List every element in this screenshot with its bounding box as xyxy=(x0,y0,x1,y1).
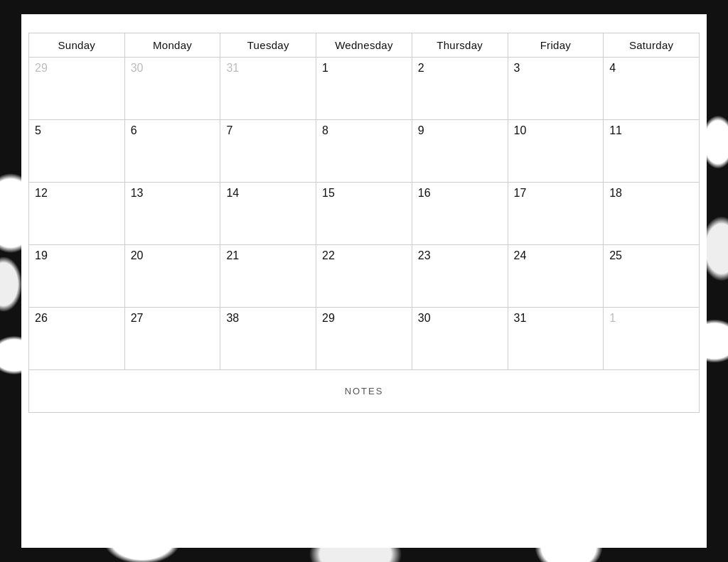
day-header-tuesday: Tuesday xyxy=(220,33,316,58)
calendar-cell[interactable]: 21 xyxy=(220,245,316,308)
calendar-cell[interactable]: 38 xyxy=(220,308,316,370)
calendar-cell[interactable]: 13 xyxy=(124,183,220,245)
calendar-cell[interactable]: 3 xyxy=(508,58,604,120)
calendar-cell[interactable]: 29 xyxy=(29,58,125,120)
calendar-cell[interactable]: 31 xyxy=(508,308,604,370)
calendar-cell[interactable]: 4 xyxy=(604,58,700,120)
calendar-cell[interactable]: 19 xyxy=(29,245,125,308)
calendar-cell[interactable]: 2 xyxy=(412,58,508,120)
calendar-cell[interactable]: 5 xyxy=(29,120,125,183)
calendar-month-title xyxy=(21,14,707,33)
notes-row: NOTES xyxy=(29,370,700,413)
day-header-wednesday: Wednesday xyxy=(316,33,412,58)
calendar-cell[interactable]: 12 xyxy=(29,183,125,245)
calendar-cell[interactable]: 7 xyxy=(220,120,316,183)
calendar-cell[interactable]: 27 xyxy=(124,308,220,370)
calendar-cell[interactable]: 24 xyxy=(508,245,604,308)
calendar-cell[interactable]: 30 xyxy=(412,308,508,370)
calendar-cell[interactable]: 30 xyxy=(124,58,220,120)
week-row-4: 19202122232425 xyxy=(29,245,700,308)
calendar-cell[interactable]: 6 xyxy=(124,120,220,183)
calendar-cell[interactable]: 18 xyxy=(604,183,700,245)
calendar-panel: SundayMondayTuesdayWednesdayThursdayFrid… xyxy=(21,14,707,548)
calendar-cell[interactable]: 22 xyxy=(316,245,412,308)
calendar-cell[interactable]: 23 xyxy=(412,245,508,308)
calendar-cell[interactable]: 25 xyxy=(604,245,700,308)
calendar-cell[interactable]: 29 xyxy=(316,308,412,370)
calendar-cell[interactable]: 1 xyxy=(316,58,412,120)
day-header-friday: Friday xyxy=(508,33,604,58)
calendar-cell[interactable]: 26 xyxy=(29,308,125,370)
calendar-cell[interactable]: 16 xyxy=(412,183,508,245)
calendar-cell[interactable]: 20 xyxy=(124,245,220,308)
week-row-1: 2930311234 xyxy=(29,58,700,120)
calendar-cell[interactable]: 9 xyxy=(412,120,508,183)
week-row-2: 567891011 xyxy=(29,120,700,183)
day-header-sunday: Sunday xyxy=(29,33,125,58)
days-header-row: SundayMondayTuesdayWednesdayThursdayFrid… xyxy=(29,33,700,58)
calendar-cell[interactable]: 1 xyxy=(604,308,700,370)
calendar-cell[interactable]: 11 xyxy=(604,120,700,183)
day-header-monday: Monday xyxy=(124,33,220,58)
notes-label[interactable]: NOTES xyxy=(29,370,700,413)
day-header-thursday: Thursday xyxy=(412,33,508,58)
calendar-cell[interactable]: 17 xyxy=(508,183,604,245)
week-row-3: 12131415161718 xyxy=(29,183,700,245)
calendar-container: SundayMondayTuesdayWednesdayThursdayFrid… xyxy=(21,33,707,420)
calendar-cell[interactable]: 31 xyxy=(220,58,316,120)
calendar-table: SundayMondayTuesdayWednesdayThursdayFrid… xyxy=(28,33,700,413)
week-row-5: 2627382930311 xyxy=(29,308,700,370)
calendar-cell[interactable]: 14 xyxy=(220,183,316,245)
calendar-cell[interactable]: 10 xyxy=(508,120,604,183)
calendar-cell[interactable]: 8 xyxy=(316,120,412,183)
day-header-saturday: Saturday xyxy=(604,33,700,58)
calendar-cell[interactable]: 15 xyxy=(316,183,412,245)
